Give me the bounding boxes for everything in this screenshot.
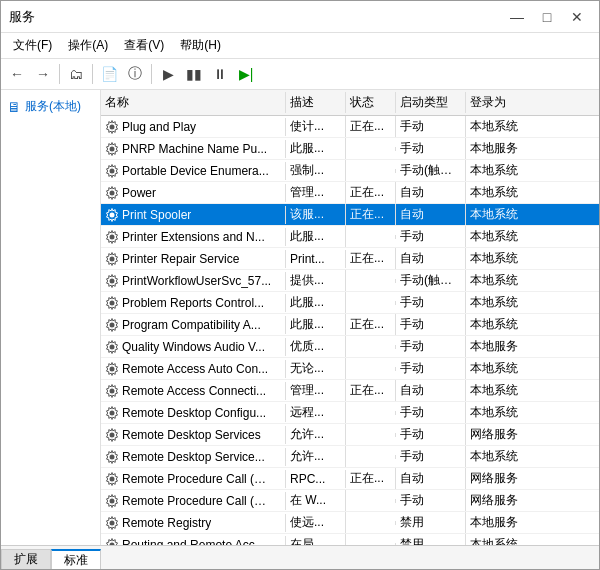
table-row[interactable]: Routing and Remote Acc... 在局... 禁用 本地系统 [101,534,599,545]
sidebar-item-local[interactable]: 🖥 服务(本地) [7,98,94,115]
gear-svg [105,450,119,464]
svg-point-5 [110,234,115,239]
pause-button[interactable]: ⏸ [208,62,232,86]
restart-button[interactable]: ▶| [234,62,258,86]
table-row[interactable]: Remote Desktop Configu... 远程... 手动 本地系统 [101,402,599,424]
main-area: 🖥 服务(本地) 名称 描述 状态 启动类型 登录为 [1,90,599,545]
header-startup[interactable]: 启动类型 [396,92,466,113]
service-name: PNRP Machine Name Pu... [122,142,267,156]
service-desc: 此服... [286,138,346,159]
title-bar: 服务 — □ ✕ [1,1,599,33]
service-desc: RPC... [286,470,346,488]
sidebar[interactable]: 🖥 服务(本地) [1,90,101,545]
service-icon [105,296,119,310]
table-row[interactable]: Remote Registry 使远... 禁用 本地服务 [101,512,599,534]
gear-svg [105,274,119,288]
close-button[interactable]: ✕ [563,5,591,29]
tab-扩展[interactable]: 扩展 [1,549,51,569]
service-desc: 该服... [286,204,346,225]
service-status: 正在... [346,468,396,489]
service-icon [105,186,119,200]
table-row[interactable]: Plug and Play 使计... 正在... 手动 本地系统 [101,116,599,138]
separator-2 [92,64,93,84]
forward-button[interactable]: → [31,62,55,86]
table-row[interactable]: Printer Extensions and N... 此服... 手动 本地系… [101,226,599,248]
service-name: Remote Desktop Configu... [122,406,266,420]
service-startup: 手动 [396,402,466,423]
gear-svg [105,318,119,332]
service-startup: 手动 [396,336,466,357]
table-row[interactable]: PNRP Machine Name Pu... 此服... 手动 本地服务 [101,138,599,160]
service-login: 本地系统 [466,314,556,335]
service-name: Remote Procedure Call (… [122,472,266,486]
table-body: Plug and Play 使计... 正在... 手动 本地系统 PNRP M… [101,116,599,545]
svg-point-12 [110,388,115,393]
service-name: Remote Access Auto Con... [122,362,268,376]
maximize-button[interactable]: □ [533,5,561,29]
table-row[interactable]: Remote Access Connecti... 管理... 正在... 自动… [101,380,599,402]
service-startup: 手动 [396,292,466,313]
service-startup: 自动 [396,380,466,401]
table-row[interactable]: Remote Procedure Call (… 在 W... 手动 网络服务 [101,490,599,512]
service-status: 正在... [346,314,396,335]
header-status[interactable]: 状态 [346,92,396,113]
table-row[interactable]: Remote Desktop Service... 允许... 手动 本地系统 [101,446,599,468]
gear-svg [105,516,119,530]
menu-file[interactable]: 文件(F) [5,35,60,56]
table-row[interactable]: PrintWorkflowUserSvc_57... 提供... 手动(触发..… [101,270,599,292]
service-startup: 手动 [396,358,466,379]
table-row[interactable]: Portable Device Enumera... 强制... 手动(触发..… [101,160,599,182]
table-row[interactable]: Remote Desktop Services 允许... 手动 网络服务 [101,424,599,446]
service-login: 本地系统 [466,402,556,423]
minimize-button[interactable]: — [503,5,531,29]
service-status [346,499,396,503]
service-status [346,411,396,415]
service-startup: 手动 [396,314,466,335]
service-name: Quality Windows Audio V... [122,340,265,354]
back-button[interactable]: ← [5,62,29,86]
menu-help[interactable]: 帮助(H) [172,35,229,56]
svg-point-10 [110,344,115,349]
service-icon [105,406,119,420]
table-row[interactable]: Print Spooler 该服... 正在... 自动 本地系统 [101,204,599,226]
toolbar: ← → 🗂 📄 ⓘ ▶ ▮▮ ⏸ ▶| [1,59,599,90]
properties-button[interactable]: ⓘ [123,62,147,86]
gear-svg [105,142,119,156]
table-row[interactable]: Program Compatibility A... 此服... 正在... 手… [101,314,599,336]
table-row[interactable]: Quality Windows Audio V... 优质... 手动 本地服务 [101,336,599,358]
table-row[interactable]: Printer Repair Service Print... 正在... 自动… [101,248,599,270]
service-login: 本地系统 [466,380,556,401]
svg-point-4 [110,212,115,217]
table-row[interactable]: Problem Reports Control... 此服... 手动 本地系统 [101,292,599,314]
play-button[interactable]: ▶ [156,62,180,86]
table-row[interactable]: Remote Procedure Call (… RPC... 正在... 自动… [101,468,599,490]
service-icon [105,208,119,222]
service-login: 本地系统 [466,292,556,313]
header-login[interactable]: 登录为 [466,92,556,113]
service-desc: 优质... [286,336,346,357]
stop-button[interactable]: ▮▮ [182,62,206,86]
service-login: 网络服务 [466,490,556,511]
show-tree-button[interactable]: 🗂 [64,62,88,86]
gear-svg [105,252,119,266]
service-startup: 自动 [396,248,466,269]
service-name: Plug and Play [122,120,196,134]
gear-svg [105,428,119,442]
service-desc: 允许... [286,446,346,467]
table-row[interactable]: Remote Access Auto Con... 无论... 手动 本地系统 [101,358,599,380]
refresh-button[interactable]: 📄 [97,62,121,86]
service-name: Program Compatibility A... [122,318,261,332]
header-desc[interactable]: 描述 [286,92,346,113]
separator-1 [59,64,60,84]
menu-action[interactable]: 操作(A) [60,35,116,56]
tab-标准[interactable]: 标准 [51,549,101,569]
service-name: Printer Extensions and N... [122,230,265,244]
svg-point-17 [110,498,115,503]
header-name[interactable]: 名称 [101,92,286,113]
table-row[interactable]: Power 管理... 正在... 自动 本地系统 [101,182,599,204]
service-login: 本地系统 [466,182,556,203]
service-status [346,147,396,151]
service-login: 本地服务 [466,512,556,533]
menu-view[interactable]: 查看(V) [116,35,172,56]
service-icon [105,428,119,442]
